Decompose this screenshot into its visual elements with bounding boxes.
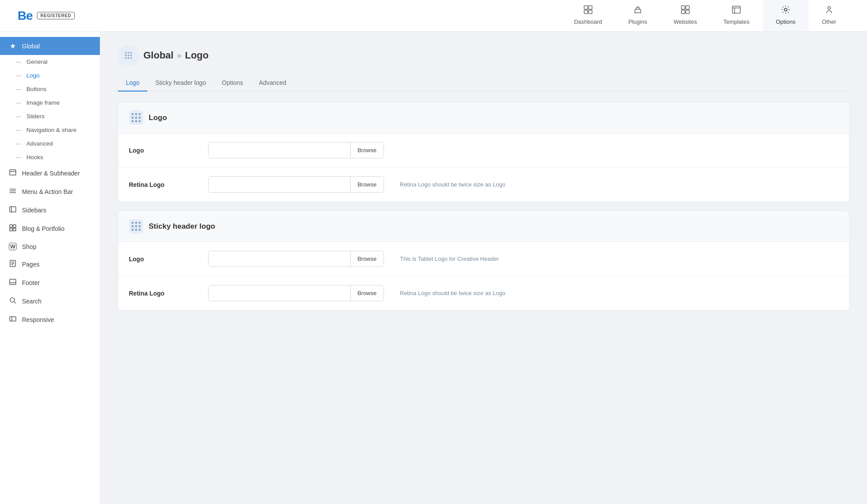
other-icon: [824, 5, 834, 16]
dashboard-icon: [583, 5, 593, 16]
blog-icon: [9, 224, 17, 233]
sidebar-item-footer[interactable]: Footer: [0, 274, 100, 292]
logo-label: Logo: [26, 72, 40, 79]
logo-field-label: Logo: [129, 147, 199, 154]
sticky-header-logo-section-card: Sticky header logo Logo Browse This is T…: [118, 211, 849, 310]
retina-logo-input-group[interactable]: Browse: [208, 176, 384, 193]
pages-label: Pages: [22, 261, 40, 268]
sticky-retina-logo-field-label: Retina Logo: [129, 290, 199, 297]
svg-rect-7: [686, 10, 689, 14]
nav-item-options[interactable]: Options: [763, 0, 809, 31]
sidebars-icon: [9, 206, 17, 215]
logo-section-title: Logo: [149, 113, 167, 122]
sticky-retina-logo-hint: Retina Logo should be twice size as Logo: [400, 290, 505, 296]
svg-rect-8: [732, 6, 740, 13]
plugins-label: Plugins: [629, 18, 648, 25]
sidebar-item-global-label: Global: [22, 43, 40, 50]
sidebar-item-menu-action-bar[interactable]: Menu & Action Bar: [0, 183, 100, 201]
templates-label: Templates: [723, 18, 749, 25]
sticky-header-section-header: Sticky header logo: [118, 211, 849, 242]
tabs: Logo Sticky header logo Options Advanced: [118, 75, 849, 91]
sticky-retina-logo-browse-button[interactable]: Browse: [350, 285, 384, 301]
logo-browse-button[interactable]: Browse: [350, 142, 384, 158]
sidebar-item-global[interactable]: ★ Global: [0, 37, 100, 55]
sidebar-sub-navigation-share[interactable]: Navigation & share: [0, 123, 100, 137]
sidebar-item-search[interactable]: Search: [0, 292, 100, 310]
shop-icon: W: [9, 243, 17, 250]
retina-logo-field-row: Retina Logo Browse Retina Logo should be…: [118, 168, 849, 201]
svg-point-40: [130, 57, 132, 59]
nav-item-other[interactable]: Other: [808, 0, 849, 31]
sidebar-item-sidebars[interactable]: Sidebars: [0, 201, 100, 219]
sticky-logo-hint: This is Tablet Logo for Creative Header: [400, 256, 499, 262]
svg-point-33: [128, 52, 129, 54]
sidebar-sub-advanced[interactable]: Advanced: [0, 137, 100, 150]
svg-point-37: [130, 55, 132, 56]
retina-logo-browse-button[interactable]: Browse: [350, 177, 384, 192]
websites-label: Websites: [673, 18, 697, 25]
sidebar-sub-sliders[interactable]: Sliders: [0, 110, 100, 123]
tab-options[interactable]: Options: [214, 75, 251, 91]
menu-icon: [9, 187, 17, 196]
nav-item-templates[interactable]: Templates: [710, 0, 762, 31]
svg-point-10: [828, 7, 830, 9]
options-icon: [781, 5, 790, 16]
breadcrumb: Global » Logo: [118, 45, 849, 66]
tab-logo[interactable]: Logo: [118, 75, 147, 91]
svg-rect-26: [10, 279, 16, 285]
responsive-icon: [9, 315, 17, 324]
sidebar-sub-logo[interactable]: Logo: [0, 69, 100, 82]
sidebar-item-responsive[interactable]: Responsive: [0, 310, 100, 329]
sidebars-label: Sidebars: [22, 207, 46, 214]
sticky-logo-input[interactable]: [209, 251, 350, 267]
svg-rect-0: [584, 6, 588, 9]
image-frame-label: Image frame: [26, 99, 60, 106]
blog-portfolio-label: Blog & Portfolio: [22, 225, 65, 232]
sticky-drag-handle: [129, 219, 143, 234]
buttons-label: Buttons: [26, 86, 47, 92]
retina-logo-hint: Retina Logo should be twice size as Logo: [400, 181, 505, 188]
logo-input[interactable]: [209, 142, 350, 158]
sticky-retina-logo-field-row: Retina Logo Browse Retina Logo should be…: [118, 276, 849, 310]
sticky-section-title: Sticky header logo: [149, 222, 215, 231]
svg-rect-4: [681, 6, 685, 9]
sidebar-sub-image-frame[interactable]: Image frame: [0, 96, 100, 110]
nav-item-dashboard[interactable]: Dashboard: [561, 0, 615, 31]
retina-logo-input[interactable]: [209, 177, 350, 192]
shop-label: Shop: [22, 243, 37, 250]
footer-icon: [9, 278, 17, 287]
svg-rect-1: [589, 6, 592, 9]
sidebar-item-blog-portfolio[interactable]: Blog & Portfolio: [0, 219, 100, 238]
svg-rect-21: [13, 228, 16, 231]
templates-icon: [732, 5, 741, 16]
sidebar: ★ Global General Logo Buttons Image fram…: [0, 32, 100, 504]
sidebar-item-header-subheader[interactable]: Header & Subheader: [0, 164, 100, 183]
sticky-logo-browse-button[interactable]: Browse: [350, 251, 384, 267]
sidebar-item-shop[interactable]: W Shop: [0, 238, 100, 255]
navigation-share-label: Navigation & share: [26, 127, 77, 133]
svg-point-35: [125, 55, 127, 56]
other-label: Other: [822, 18, 836, 25]
nav-item-plugins[interactable]: Plugins: [615, 0, 661, 31]
tab-advanced[interactable]: Advanced: [251, 75, 294, 91]
sticky-logo-input-group[interactable]: Browse: [208, 251, 384, 267]
sticky-retina-logo-input-group[interactable]: Browse: [208, 285, 384, 301]
logo-input-group[interactable]: Browse: [208, 142, 384, 158]
top-nav-items: Dashboard Plugins Websites: [561, 0, 849, 31]
tab-sticky-header-logo[interactable]: Sticky header logo: [147, 75, 214, 91]
sticky-retina-logo-input[interactable]: [209, 285, 350, 301]
sidebar-sub-general[interactable]: General: [0, 55, 100, 69]
sidebar-sub-buttons[interactable]: Buttons: [0, 82, 100, 96]
logo-field-row: Logo Browse: [118, 133, 849, 168]
logo-section-card: Logo Logo Browse Retina Logo Browse Reti…: [118, 102, 849, 202]
svg-point-34: [130, 52, 132, 54]
retina-logo-field-label: Retina Logo: [129, 181, 199, 188]
sidebar-item-pages[interactable]: Pages: [0, 255, 100, 274]
svg-point-9: [784, 8, 787, 11]
svg-rect-19: [13, 225, 16, 227]
svg-rect-6: [681, 10, 685, 14]
breadcrumb-text: Global » Logo: [143, 50, 209, 61]
breadcrumb-icon: [118, 45, 139, 66]
nav-item-websites[interactable]: Websites: [660, 0, 710, 31]
sidebar-sub-hooks[interactable]: Hooks: [0, 150, 100, 164]
